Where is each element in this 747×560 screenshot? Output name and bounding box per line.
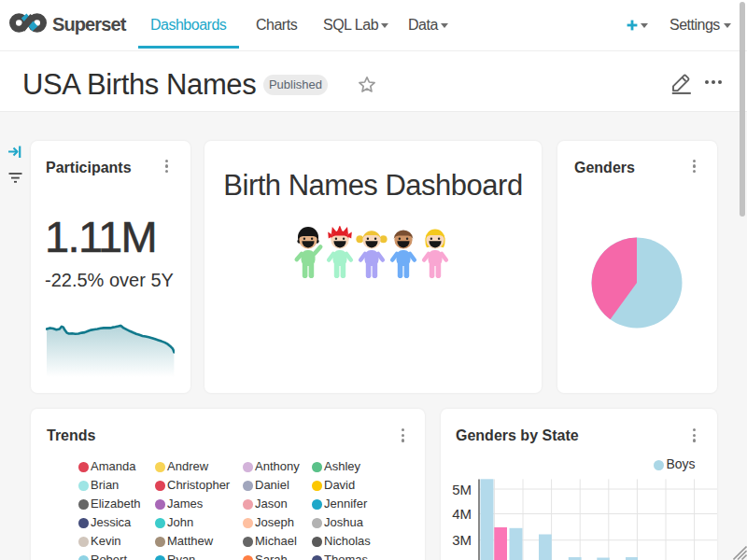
svg-text:4M: 4M (452, 506, 472, 522)
svg-text:3M: 3M (452, 532, 472, 548)
svg-text:5M: 5M (452, 482, 472, 497)
